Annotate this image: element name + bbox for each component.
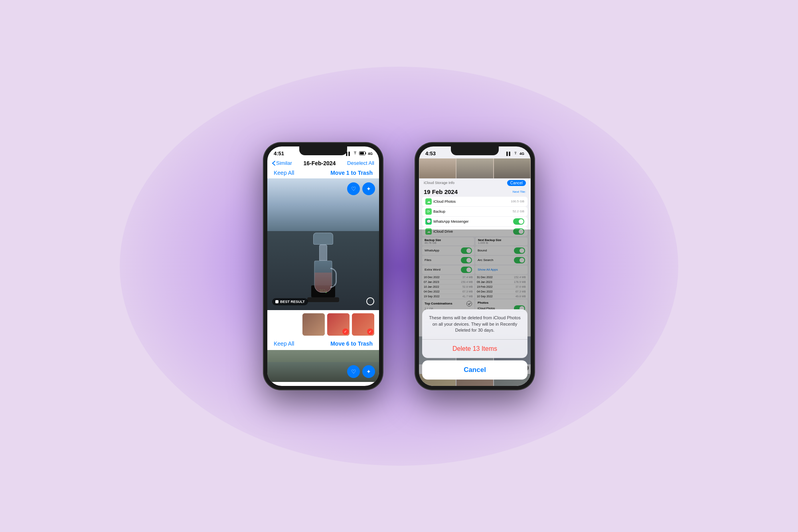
keep-all-button-top[interactable]: Keep All	[274, 170, 294, 176]
signal-icon: ▌▌	[346, 152, 351, 156]
phone-2: 4:53 ▌▌ 4G	[415, 142, 535, 390]
signal-icon-2: ▌▌	[506, 152, 512, 156]
wifi-icon-2	[513, 151, 518, 156]
carafe-handle	[330, 268, 337, 288]
thumbnail-2[interactable]: ✓	[327, 313, 350, 336]
settings-date: 19 Feb 2024	[424, 188, 458, 195]
whatsapp-icon: 💬	[425, 218, 432, 225]
circle-indicator	[366, 297, 374, 305]
whatsapp-toggle[interactable]	[513, 218, 524, 225]
header-strip-1	[419, 158, 456, 178]
phone-2-screen: 4:53 ▌▌ 4G	[419, 146, 531, 386]
backup-row[interactable]: ⟳ Backup 52.2 GB	[422, 207, 527, 216]
phones-container: 4:51 ▌▌	[263, 142, 535, 390]
thumbnail-1[interactable]	[302, 313, 325, 336]
settings-nav: iCloud Storage Info Cancel	[419, 178, 531, 188]
whatsapp-left: 💬 WhatsApp Messenger	[425, 218, 469, 225]
action-sheet-main: These items will be deleted from iCloud …	[422, 309, 527, 358]
header-photos	[419, 158, 531, 178]
best-result-badge: BEST RESULT	[272, 298, 308, 305]
carafe-neck	[319, 245, 327, 261]
whatsapp-row[interactable]: 💬 WhatsApp Messenger	[422, 217, 527, 226]
battery-icon	[359, 151, 366, 156]
phone-1-status-icons: ▌▌ 4	[346, 151, 373, 156]
move-6-to-trash-button[interactable]: Move 6 to Trash	[330, 340, 373, 347]
phone-2-status-icons: ▌▌ 4G	[506, 151, 524, 156]
delete-items-button[interactable]: Delete 13 Items	[422, 340, 527, 358]
carafe-body	[314, 261, 332, 293]
whatsapp-label: WhatsApp Messenger	[433, 220, 469, 223]
thumbnail-3[interactable]: ✓	[352, 313, 374, 336]
bottom-strip-icons: ♡ ✦	[347, 365, 375, 378]
keep-all-button-bottom[interactable]: Keep All	[274, 340, 294, 347]
wifi-icon	[353, 151, 358, 156]
action-sheet-content: These items will be deleted from iCloud …	[419, 309, 531, 379]
top-action-bar: Keep All Move 1 to Trash	[267, 169, 379, 178]
deselect-all-button[interactable]: Deselect All	[347, 160, 374, 166]
header-strip-2	[456, 158, 493, 178]
settings-header: 19 Feb 2024 Next Tile:	[419, 188, 531, 197]
backup-icon: ⟳	[425, 208, 432, 215]
phone-2-time: 4:53	[425, 150, 436, 156]
heart-button[interactable]: ♡	[347, 182, 360, 195]
nav-title: 16-Feb-2024	[303, 160, 336, 166]
icloud-icon: ☁	[425, 198, 432, 205]
backup-value: 52.2 GB	[513, 210, 524, 213]
phone-1-screen: 4:51 ▌▌	[267, 146, 379, 386]
back-button[interactable]: Similar	[272, 160, 292, 166]
settings-cancel-button[interactable]: Cancel	[507, 180, 526, 186]
next-tile-label: Next Tile:	[513, 190, 526, 194]
icloud-photos-row[interactable]: ☁ iCloud Photos 100.5 GB	[422, 197, 527, 206]
thumbnails-row: ✓ ✓	[267, 310, 379, 339]
action-sheet: These items will be deleted from iCloud …	[419, 309, 531, 386]
best-result-label: BEST RESULT	[280, 300, 305, 304]
photo-scene: 362g	[267, 178, 379, 310]
magic-button-bottom[interactable]: ✦	[362, 365, 375, 378]
thumbnail-2-check: ✓	[342, 328, 349, 335]
overlay-icons: ♡ ✦	[347, 182, 375, 195]
phone-2-content: iCloud Storage Info Cancel 19 Feb 2024 N…	[419, 158, 531, 386]
bottom-photo-strip: ♡ ✦	[267, 350, 379, 382]
move-to-trash-button-top[interactable]: Move 1 to Trash	[330, 170, 373, 176]
cancel-button[interactable]: Cancel	[422, 360, 527, 380]
carafe-top	[313, 233, 333, 245]
thumbnail-3-check: ✓	[367, 328, 373, 335]
phone-1-navbar: Similar 16-Feb-2024 Deselect All	[267, 158, 379, 169]
phone-1-notch	[299, 146, 347, 155]
cellular-4g: 4G	[368, 152, 373, 156]
magic-button[interactable]: ✦	[362, 182, 375, 195]
header-strip-3	[494, 158, 530, 178]
main-photo: 362g ♡ ✦ BEST R	[267, 178, 379, 310]
phone-1: 4:51 ▌▌	[263, 142, 383, 390]
bottom-action-bar: Keep All Move 6 to Trash	[267, 339, 379, 350]
backup-label: Backup	[433, 210, 445, 214]
action-sheet-message: These items will be deleted from iCloud …	[422, 309, 527, 339]
icloud-photos-left: ☁ iCloud Photos	[425, 198, 456, 205]
scale-base	[307, 297, 339, 302]
icloud-photos-label: iCloud Photos	[433, 200, 456, 204]
backup-left: ⟳ Backup	[425, 208, 445, 215]
svg-rect-1	[360, 152, 364, 154]
battery-4g-2: 4G	[519, 152, 524, 156]
phone-2-notch	[451, 146, 499, 155]
heart-button-bottom[interactable]: ♡	[347, 365, 360, 378]
icloud-photos-value: 100.5 GB	[511, 200, 524, 203]
settings-back-area: iCloud Storage Info	[424, 181, 454, 185]
back-label: Similar	[276, 160, 292, 166]
phone-1-time: 4:51	[274, 150, 284, 156]
